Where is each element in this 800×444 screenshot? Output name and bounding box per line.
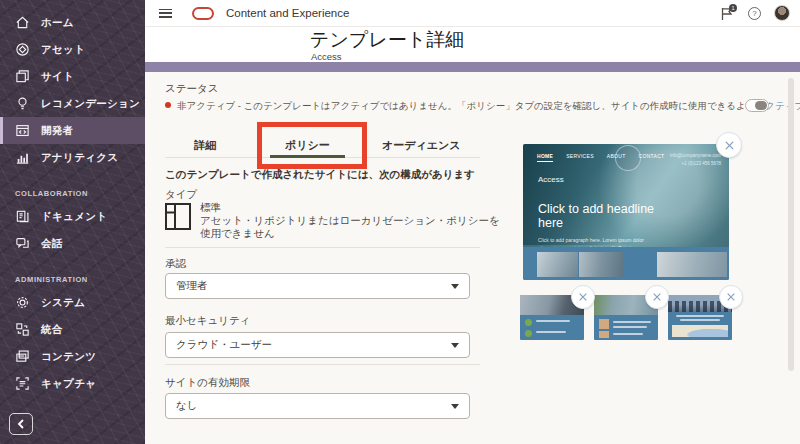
sidebar-item-documents[interactable]: ドキュメント	[0, 203, 145, 230]
status-warning: 非アクティブ - このテンプレートはアクティブではありません。「ポリシー」タブの…	[165, 99, 735, 112]
type-description: アセット・リポジトリまたはローカリゼーション・ポリシーを使用できません	[200, 214, 500, 240]
notification-badge: 1	[729, 4, 737, 12]
app-title: Content and Experience	[226, 7, 349, 19]
thumb-portrait	[599, 319, 609, 329]
sidebar-item-developer[interactable]: 開発者	[0, 117, 145, 144]
status-label: ステータス	[165, 82, 218, 96]
thumb-text-line	[536, 320, 570, 322]
thumb-portrait	[599, 331, 609, 338]
oracle-logo-icon	[192, 7, 214, 20]
sidebar-item-content[interactable]: コンテンツ	[0, 343, 145, 370]
sidebar-item-label: サイト	[41, 70, 74, 84]
user-avatar[interactable]	[774, 5, 790, 21]
preview-photo	[579, 252, 623, 277]
bar-chart-icon	[15, 150, 30, 165]
sidebar-item-label: ドキュメント	[41, 210, 107, 224]
sidebar-item-label: 会話	[41, 237, 63, 251]
min-security-label: 最小セキュリティ	[165, 314, 250, 328]
sidebar-collapse-button[interactable]	[9, 413, 33, 435]
sidebar-item-integration[interactable]: 統合	[0, 316, 145, 343]
gear-icon	[15, 295, 30, 310]
sidebar: ホーム アセット サイト レコメンデーション 開発者 アナリティクス	[0, 0, 145, 444]
section-divider	[165, 247, 480, 248]
sidebar-item-assets[interactable]: アセット	[0, 36, 145, 63]
preview-nav-about: ABOUT	[607, 153, 626, 162]
asset-cube-icon	[15, 42, 30, 57]
developer-code-icon	[15, 123, 30, 138]
remove-preview-button[interactable]	[716, 132, 742, 158]
page-header: Content and Experience 1 ? テンプレート詳細 Acce…	[145, 0, 800, 62]
site-expiry-label: サイトの有効期限	[165, 376, 250, 390]
sidebar-item-analytics[interactable]: アナリティクス	[0, 144, 145, 171]
sidebar-item-capture[interactable]: キャプチャ	[0, 370, 145, 397]
close-icon	[726, 292, 736, 302]
sidebar-item-label: 開発者	[41, 124, 73, 138]
thumb-bullet-icon	[525, 319, 532, 326]
preview-nav-services: SERVICES	[566, 153, 594, 162]
sidebar-item-label: レコメンデーション	[41, 97, 140, 111]
sidebar-item-sites[interactable]: サイト	[0, 63, 145, 90]
thumb-text-line	[676, 315, 724, 317]
lightbulb-icon	[15, 96, 30, 111]
tab-details[interactable]: 詳細	[194, 138, 216, 153]
oce-template-details-page: ホーム アセット サイト レコメンデーション 開発者 アナリティクス	[0, 0, 800, 444]
remove-thumbnail-button[interactable]	[645, 285, 669, 309]
sidebar-section-administration: ADMINISTRATION	[0, 269, 145, 289]
preview-headline: Click to add headline here	[538, 202, 663, 230]
sidebar-item-label: 統合	[41, 323, 63, 337]
page-title: テンプレート詳細	[310, 27, 464, 53]
standard-template-layout-icon	[164, 202, 192, 231]
close-icon	[652, 292, 662, 302]
sidebar-item-label: コンテンツ	[41, 350, 96, 364]
sidebar-item-label: システム	[41, 296, 85, 310]
approval-value: 管理者	[176, 279, 208, 293]
sidebar-item-system[interactable]: システム	[0, 289, 145, 316]
documents-icon	[15, 209, 30, 224]
thumb-text-line	[613, 333, 643, 335]
content-stack-icon	[15, 349, 30, 364]
min-security-value: クラウド・ユーザー	[176, 338, 272, 352]
preview-photo	[657, 252, 727, 277]
remove-thumbnail-button[interactable]	[571, 285, 595, 309]
type-name: 標準	[200, 201, 221, 215]
preview-nav: HOME SERVICES ABOUT CONTACT	[537, 153, 664, 162]
sidebar-item-conversations[interactable]: 会話	[0, 230, 145, 257]
remove-thumbnail-button[interactable]	[719, 285, 743, 309]
help-icon[interactable]: ?	[748, 7, 761, 20]
sidebar-item-recommendations[interactable]: レコメンデーション	[0, 90, 145, 117]
sidebar-item-home[interactable]: ホーム	[0, 9, 145, 36]
capture-scan-icon	[15, 376, 30, 391]
preview-email: info@companyname.com	[670, 152, 721, 160]
preview-nav-contact: CONTACT	[639, 153, 665, 162]
vertical-scrollbar[interactable]	[788, 78, 794, 371]
home-icon	[15, 15, 30, 30]
sidebar-item-label: アセット	[41, 43, 85, 57]
approval-select[interactable]: 管理者	[165, 273, 470, 299]
thumb-text-line	[613, 321, 651, 323]
status-warning-text: 非アクティブ - このテンプレートはアクティブではありません。「ポリシー」タブの…	[177, 99, 800, 112]
approval-label: 承認	[165, 257, 186, 271]
toggle-knob	[755, 101, 767, 110]
preview-phone: +1 (0)123 456 5678	[670, 160, 721, 168]
site-expiry-select[interactable]: なし	[165, 393, 470, 419]
thumb-text-line	[680, 319, 720, 321]
preview-contact-info: info@companyname.com +1 (0)123 456 5678	[670, 152, 721, 168]
min-security-select[interactable]: クラウド・ユーザー	[165, 332, 470, 358]
inactive-bullet-icon	[165, 102, 171, 108]
close-icon	[578, 292, 588, 302]
chevron-left-icon	[17, 419, 25, 429]
dropdown-caret-icon	[451, 343, 459, 348]
tab-audience[interactable]: オーディエンス	[382, 138, 461, 153]
template-preview-large[interactable]: HOME SERVICES ABOUT CONTACT info@company…	[523, 144, 729, 280]
preview-nav-home: HOME	[537, 153, 553, 162]
hamburger-menu-icon[interactable]	[159, 9, 172, 18]
sidebar-item-label: アナリティクス	[41, 151, 118, 165]
site-expiry-value: なし	[176, 399, 198, 413]
preview-photo	[537, 252, 578, 277]
announcements-flag-icon[interactable]: 1	[720, 6, 735, 21]
sidebar-item-label: キャプチャ	[41, 377, 96, 391]
dropdown-caret-icon	[451, 284, 459, 289]
status-toggle[interactable]	[745, 99, 769, 112]
decorative-banner	[145, 62, 800, 72]
preview-gallery-strip	[523, 247, 729, 280]
